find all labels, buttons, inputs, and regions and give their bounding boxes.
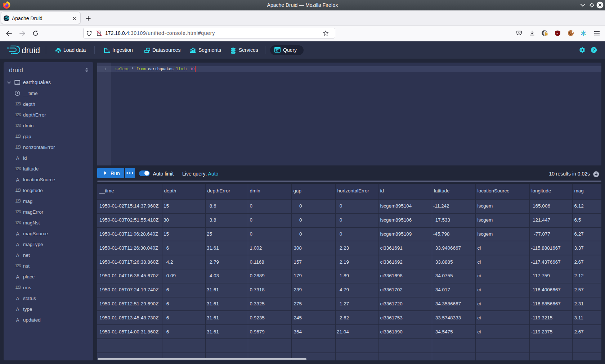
svg-text:?: ? bbox=[593, 48, 595, 52]
svg-text:UO: UO bbox=[556, 32, 559, 35]
